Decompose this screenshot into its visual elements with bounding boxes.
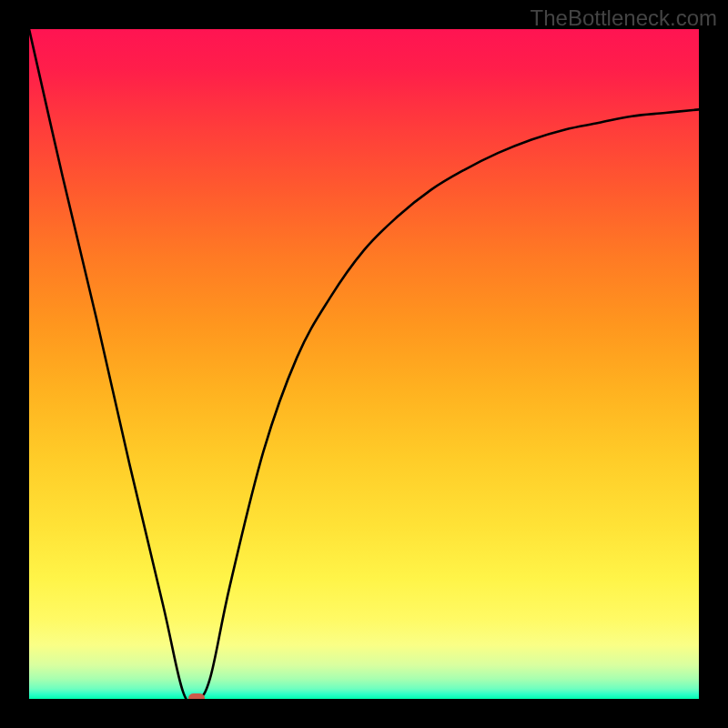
minimum-marker [188, 693, 205, 699]
plot-area [29, 29, 699, 699]
watermark-text: TheBottleneck.com [531, 5, 717, 31]
bottleneck-curve [29, 29, 699, 699]
curve-svg [29, 29, 699, 699]
chart-container: TheBottleneck.com [0, 0, 728, 728]
